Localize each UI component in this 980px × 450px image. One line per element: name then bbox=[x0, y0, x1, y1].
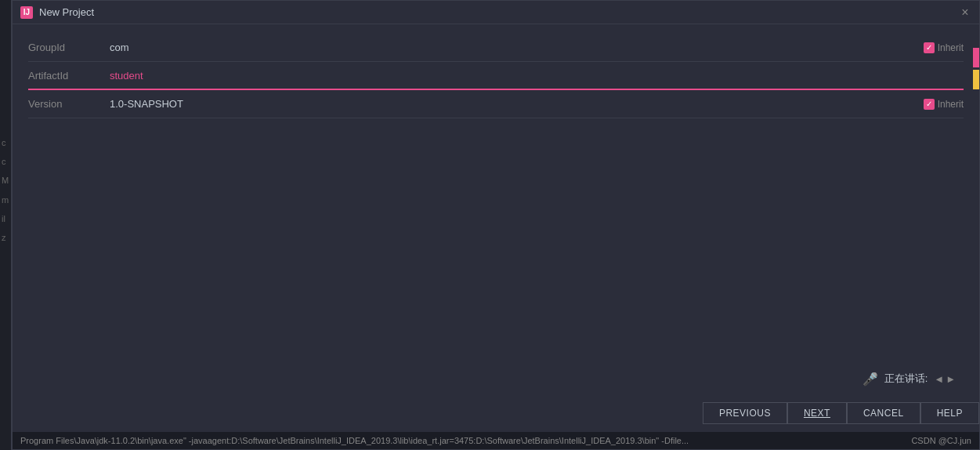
mic-icon: 🎤 bbox=[862, 371, 878, 386]
sidebar-label-m: M bbox=[2, 171, 9, 190]
indicator-yellow bbox=[973, 70, 979, 89]
sidebar-label-c1: c bbox=[2, 133, 9, 152]
title-bar: IJ New Project × bbox=[13, 1, 979, 24]
groupid-input[interactable] bbox=[107, 40, 924, 55]
sidebar-label-il: il bbox=[2, 209, 9, 228]
sidebar-label-c2: c bbox=[2, 152, 9, 171]
right-indicators bbox=[973, 48, 979, 89]
form-content: GroupId Inherit ArtifactId Version bbox=[13, 24, 979, 449]
version-label: Version bbox=[28, 98, 107, 110]
previous-button[interactable]: PREVIOUS bbox=[703, 402, 787, 424]
app-icon: IJ bbox=[20, 6, 33, 19]
groupid-label: GroupId bbox=[28, 42, 107, 53]
close-button[interactable]: × bbox=[959, 6, 971, 19]
voice-arrows: ◄ ► bbox=[934, 373, 956, 385]
sidebar-label-m2: m bbox=[2, 191, 9, 209]
indicator-red-1 bbox=[973, 48, 979, 67]
version-inherit[interactable]: Inherit bbox=[924, 99, 964, 110]
status-bar: Program Files\Java\jdk-11.0.2\bin\java.e… bbox=[13, 432, 979, 449]
cancel-button[interactable]: CANCEL bbox=[847, 402, 920, 424]
csdn-label: CSDN @CJ.jun bbox=[911, 436, 971, 445]
next-button[interactable]: NEXT bbox=[787, 402, 847, 424]
dialog-title: New Project bbox=[39, 6, 94, 18]
voice-status: 正在讲话: bbox=[884, 372, 928, 386]
groupid-row: GroupId Inherit bbox=[28, 34, 964, 62]
artifactid-row: ArtifactId bbox=[28, 62, 964, 90]
status-text: Program Files\Java\jdk-11.0.2\bin\java.e… bbox=[20, 436, 689, 445]
groupid-inherit[interactable]: Inherit bbox=[924, 42, 964, 53]
voice-indicator: 🎤 正在讲话: ◄ ► bbox=[862, 371, 956, 386]
help-button[interactable]: HELP bbox=[920, 402, 979, 424]
sidebar-label-z: z bbox=[2, 228, 9, 247]
artifactid-label: ArtifactId bbox=[28, 70, 107, 82]
artifactid-input[interactable] bbox=[107, 68, 964, 83]
version-row: Version Inherit bbox=[28, 90, 964, 118]
version-input[interactable] bbox=[107, 96, 924, 111]
